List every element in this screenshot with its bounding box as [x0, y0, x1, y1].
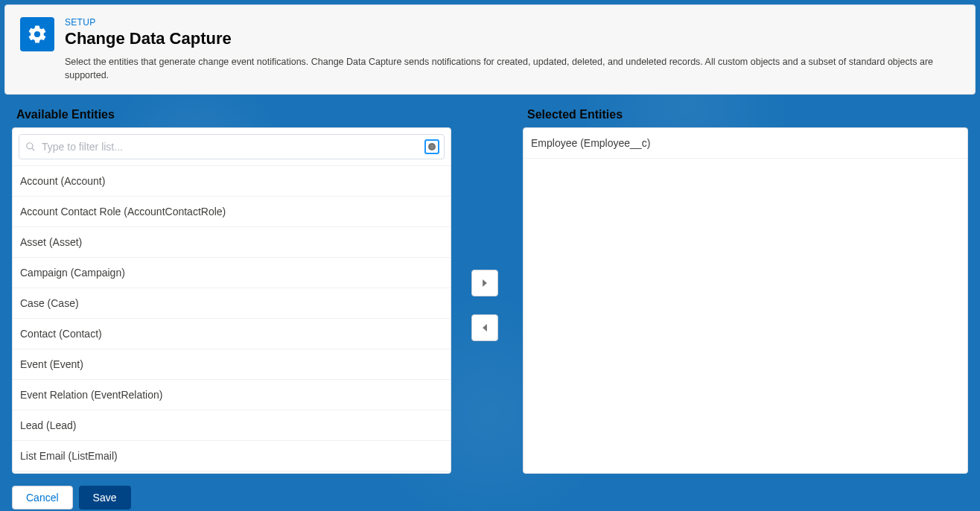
- breadcrumb: SETUP: [65, 17, 960, 28]
- list-item[interactable]: Event Relation (EventRelation): [13, 380, 451, 410]
- available-title: Available Entities: [16, 108, 451, 121]
- dual-listbox: Available Entities Account (Account): [12, 107, 968, 474]
- available-column: Available Entities Account (Account): [12, 107, 451, 474]
- list-item[interactable]: Employee (Employee__c): [524, 128, 967, 159]
- footer-actions: Cancel Save: [12, 486, 968, 510]
- available-panel: Account (Account) Account Contact Role (…: [12, 127, 451, 474]
- body-area: Available Entities Account (Account): [0, 99, 980, 510]
- search-icon: [25, 142, 36, 152]
- move-right-button[interactable]: [471, 270, 498, 296]
- list-item[interactable]: Account Contact Role (AccountContactRole…: [13, 197, 451, 227]
- list-item[interactable]: Lead (Lead): [13, 410, 451, 441]
- save-button[interactable]: Save: [79, 486, 131, 510]
- page-header: SETUP Change Data Capture Select the ent…: [4, 4, 976, 95]
- transfer-controls: [465, 270, 505, 341]
- page-description: Select the entities that generate change…: [65, 56, 960, 82]
- close-icon: [427, 142, 436, 151]
- page-root: SETUP Change Data Capture Select the ent…: [0, 4, 980, 511]
- filter-input-wrap: [19, 134, 445, 159]
- header-text: SETUP Change Data Capture Select the ent…: [65, 17, 960, 82]
- list-item[interactable]: Campaign (Campaign): [13, 258, 451, 288]
- move-left-button[interactable]: [471, 314, 498, 341]
- gear-icon: [20, 17, 54, 51]
- selected-column: Selected Entities Employee (Employee__c): [523, 107, 968, 474]
- list-item[interactable]: Case (Case): [13, 288, 451, 319]
- chevron-left-icon: [482, 324, 488, 331]
- filter-row: [13, 128, 451, 165]
- list-item[interactable]: Contact (Contact): [13, 319, 451, 349]
- list-item[interactable]: Asset (Asset): [13, 227, 451, 258]
- clear-filter-button[interactable]: [424, 139, 439, 154]
- page-title: Change Data Capture: [65, 29, 960, 48]
- filter-input[interactable]: [42, 141, 424, 153]
- cancel-button[interactable]: Cancel: [12, 486, 73, 510]
- chevron-right-icon: [482, 279, 488, 287]
- list-item[interactable]: List Email (ListEmail): [13, 441, 451, 472]
- available-list[interactable]: Account (Account) Account Contact Role (…: [13, 165, 451, 473]
- list-item[interactable]: Event (Event): [13, 349, 451, 380]
- list-item[interactable]: Account (Account): [13, 166, 451, 197]
- selected-title: Selected Entities: [527, 108, 968, 121]
- selected-panel: Employee (Employee__c): [523, 127, 968, 474]
